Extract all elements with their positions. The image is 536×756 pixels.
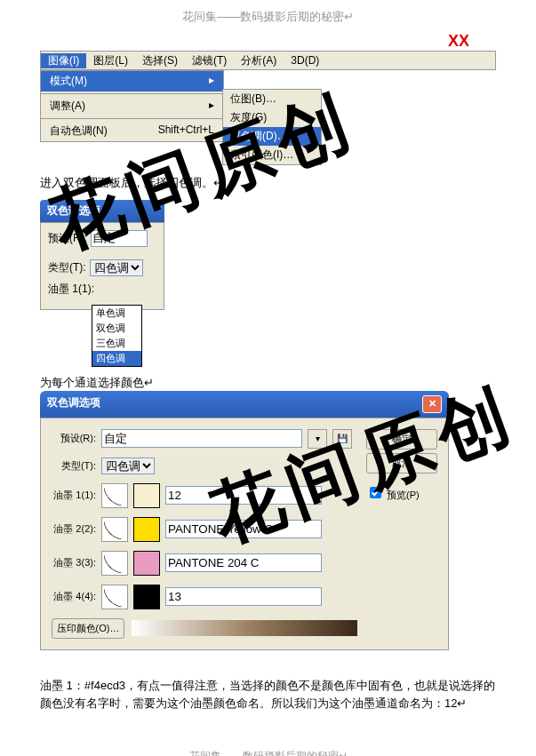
ink1-curve[interactable] bbox=[101, 483, 128, 508]
menu-auto-tone[interactable]: 自动色调(N)Shift+Ctrl+L bbox=[41, 121, 223, 141]
cancel-button[interactable]: 取消 bbox=[366, 453, 437, 473]
preset-save-icon[interactable]: 💾 bbox=[332, 429, 352, 449]
page-header: 花间集——数码摄影后期的秘密↵ bbox=[40, 9, 496, 25]
ink1-label-2: 油墨 1(1): bbox=[52, 489, 96, 502]
menu-select[interactable]: 选择(S) bbox=[135, 53, 185, 68]
ink4-swatch[interactable] bbox=[133, 585, 160, 609]
dialog-title: 双色调选项 bbox=[40, 200, 164, 222]
submenu-image: 模式(M)▸ 调整(A)▸ 自动色调(N)Shift+Ctrl+L bbox=[40, 70, 224, 142]
preset-menu-icon[interactable]: ▾ bbox=[308, 429, 327, 449]
ink2-curve[interactable] bbox=[101, 517, 128, 542]
type-dropdown-list: 单色调 双色调 三色调 四色调 bbox=[92, 305, 142, 367]
preset2-input[interactable] bbox=[101, 429, 302, 448]
page-footer-title: 花间集——数码摄影后期的秘密↵ bbox=[40, 749, 496, 756]
preview-checkbox[interactable] bbox=[370, 487, 381, 498]
menu-analyze[interactable]: 分析(A) bbox=[234, 53, 284, 68]
mode-indexed[interactable]: 索引颜色(I)… bbox=[223, 146, 321, 164]
ink1-swatch[interactable] bbox=[133, 483, 160, 508]
dd-opt-4[interactable]: 四色调 bbox=[92, 351, 141, 366]
preset-input[interactable] bbox=[91, 230, 148, 247]
body-text-1: 进入双色调面板后，选择四色调。↵ bbox=[40, 174, 496, 193]
type2-select[interactable]: 四色调 bbox=[101, 458, 155, 474]
app-menubar: 图像(I) 图层(L) 选择(S) 滤镜(T) 分析(A) 3D(D) bbox=[40, 51, 496, 70]
body-text-3: 油墨 1：#f4ecd3，有点一值得注意，当选择的颜色不是颜色库中固有色，也就是… bbox=[40, 677, 496, 714]
menu-mode[interactable]: 模式(M)▸ bbox=[41, 71, 223, 92]
type2-label: 类型(T): bbox=[52, 459, 96, 473]
type-label: 类型(T): bbox=[48, 260, 86, 275]
submenu-mode: 位图(B)… 灰度(G) 双色调(D)… 索引颜色(I)… bbox=[222, 89, 322, 165]
ink3-name-input[interactable] bbox=[165, 553, 322, 572]
menu-layer[interactable]: 图层(L) bbox=[86, 53, 135, 68]
ink3-label: 油墨 3(3): bbox=[52, 556, 96, 569]
mode-bitmap[interactable]: 位图(B)… bbox=[223, 90, 321, 108]
ok-button[interactable]: 确定 bbox=[366, 429, 437, 450]
preview-checkbox-row[interactable]: 预览(P) bbox=[366, 484, 437, 502]
body-text-2: 为每个通道选择颜色↵ bbox=[40, 374, 496, 393]
dd-opt-2[interactable]: 双色调 bbox=[92, 321, 141, 336]
menu-image[interactable]: 图像(I) bbox=[41, 53, 86, 68]
preset2-label: 预设(R): bbox=[52, 432, 96, 445]
ink3-curve[interactable] bbox=[101, 551, 128, 576]
preset-label: 预设(R): bbox=[48, 231, 87, 246]
duotone-dialog-2: 双色调选项 ✕ 预设(R): ▾ 💾 类型(T): 四色调 油墨 1(1): 油… bbox=[40, 391, 449, 650]
xx-mark: XX bbox=[40, 32, 496, 51]
menu-filter[interactable]: 滤镜(T) bbox=[185, 53, 234, 68]
overprint-gradient bbox=[132, 620, 357, 636]
ink1-name-input[interactable] bbox=[165, 486, 322, 505]
ink2-label: 油墨 2(2): bbox=[52, 522, 96, 536]
dd-opt-3[interactable]: 三色调 bbox=[92, 336, 141, 351]
dialog2-title: 双色调选项 bbox=[47, 395, 100, 413]
ink4-name-input[interactable] bbox=[165, 587, 322, 606]
menu-adjust[interactable]: 调整(A)▸ bbox=[41, 96, 223, 116]
mode-gray[interactable]: 灰度(G) bbox=[223, 108, 321, 127]
ink4-label: 油墨 4(4): bbox=[52, 590, 96, 603]
overprint-button[interactable]: 压印颜色(O)… bbox=[52, 618, 124, 639]
mode-duotone[interactable]: 双色调(D)… bbox=[223, 127, 321, 146]
ink2-name-input[interactable] bbox=[165, 520, 322, 538]
ink4-curve[interactable] bbox=[101, 585, 128, 609]
ink1-label: 油墨 1(1): bbox=[48, 282, 94, 297]
ink3-swatch[interactable] bbox=[133, 551, 160, 576]
ink2-swatch[interactable] bbox=[133, 517, 160, 542]
dd-opt-1[interactable]: 单色调 bbox=[92, 306, 141, 321]
close-icon[interactable]: ✕ bbox=[422, 395, 442, 413]
menu-3d[interactable]: 3D(D) bbox=[284, 54, 326, 67]
type-select[interactable]: 四色调 bbox=[90, 259, 143, 276]
duotone-dialog-1: 双色调选项 预设(R): 类型(T):四色调 油墨 1(1): 单色调 双色调 … bbox=[40, 200, 164, 367]
